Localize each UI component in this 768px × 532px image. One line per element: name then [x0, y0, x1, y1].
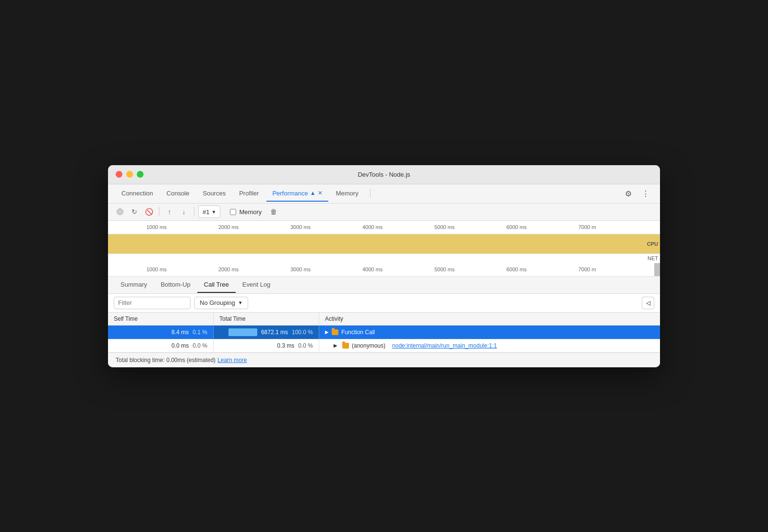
time2-6000: 6000 ms [506, 266, 527, 272]
table-body: 8.4 ms 0.1 % 6872.1 ms 100.0 % ▶ Functio… [108, 326, 660, 352]
grouping-label: No Grouping [200, 299, 235, 306]
time-6000: 6000 ms [506, 224, 527, 230]
status-text: Total blocking time: 0.00ms (estimated) [116, 357, 216, 363]
nav-actions: ⚙ ⋮ [622, 187, 652, 200]
clear-button[interactable]: 🚫 [143, 206, 155, 218]
upload-icon: ↑ [168, 208, 171, 216]
toolbar-separator-1 [159, 207, 159, 217]
filter-bar: No Grouping ▼ ◁ [108, 294, 660, 313]
performance-toolbar: ↻ 🚫 ↑ ↓ #1 ▼ Memory 🗑 [108, 204, 660, 221]
time2-4000: 4000 ms [362, 266, 383, 272]
record-button[interactable] [114, 206, 126, 218]
col-activity: Activity [319, 313, 660, 325]
self-pct-2: 0.0 % [192, 342, 207, 349]
expand-arrow-1[interactable]: ▶ [325, 329, 329, 335]
tab-profiler[interactable]: Profiler [233, 186, 264, 202]
session-dropdown[interactable]: #1 ▼ [198, 206, 220, 218]
upload-button[interactable]: ↑ [163, 206, 176, 218]
scrollbar[interactable] [654, 263, 660, 276]
performance-icon: ▲ [310, 190, 316, 196]
time-1000: 1000 ms [146, 224, 167, 230]
cell-activity-1: ▶ Function Call [319, 326, 660, 339]
time2-7000: 7000 m [578, 266, 596, 272]
record-icon [117, 208, 123, 215]
nav-separator [370, 189, 371, 198]
total-ms-2: 0.3 ms [277, 342, 294, 349]
cell-total-2: 0.3 ms 0.0 % [214, 339, 319, 352]
time-3000: 3000 ms [290, 224, 311, 230]
tab-sources[interactable]: Sources [197, 186, 231, 202]
analysis-tabs: Summary Bottom-Up Call Tree Event Log [108, 277, 660, 294]
more-options-button[interactable]: ⋮ [639, 187, 652, 200]
self-ms-2: 0.0 ms [171, 342, 189, 349]
activity-name-2: (anonymous) [352, 342, 385, 349]
window-title: DevTools - Node.js [358, 171, 410, 178]
dropdown-arrow-icon: ▼ [211, 209, 216, 215]
learn-more-link[interactable]: Learn more [217, 357, 247, 363]
tab-summary[interactable]: Summary [114, 277, 154, 293]
settings-button[interactable]: ⚙ [622, 187, 635, 200]
cell-self-2: 0.0 ms 0.0 % [108, 339, 214, 352]
time-2000: 2000 ms [218, 224, 239, 230]
tab-call-tree[interactable]: Call Tree [197, 277, 236, 293]
memory-checkbox-label[interactable]: Memory [230, 208, 262, 216]
table-row[interactable]: 0.0 ms 0.0 % 0.3 ms 0.0 % ▶ (anonymous) … [108, 339, 660, 352]
filter-input[interactable] [114, 297, 191, 309]
total-pct-1: 100.0 % [292, 329, 313, 336]
time-4000: 4000 ms [362, 224, 383, 230]
titlebar: DevTools - Node.js [108, 165, 660, 184]
toolbar-separator-2 [194, 207, 194, 217]
grouping-dropdown[interactable]: No Grouping ▼ [194, 297, 248, 309]
net-bar: NET [108, 254, 660, 263]
session-label: #1 [203, 208, 209, 216]
reload-button[interactable]: ↻ [128, 206, 141, 218]
cell-total-1: 6872.1 ms 100.0 % [214, 326, 319, 339]
time-7000: 7000 m [578, 224, 596, 230]
memory-checkbox-input[interactable] [230, 209, 236, 215]
tab-performance[interactable]: Performance ▲ ✕ [266, 186, 328, 202]
table-header: Self Time Total Time Activity [108, 313, 660, 326]
download-icon: ↓ [182, 208, 186, 216]
tab-connection[interactable]: Connection [116, 186, 159, 202]
self-ms-1: 8.4 ms [171, 329, 189, 336]
tab-console[interactable]: Console [161, 186, 195, 202]
activity-link-2[interactable]: node:internal/main/run_main_module:1:1 [392, 342, 497, 349]
collapse-icon: ◁ [646, 300, 650, 306]
expand-arrow-2[interactable]: ▶ [334, 343, 337, 348]
cell-self-1: 8.4 ms 0.1 % [108, 326, 214, 339]
folder-icon-1 [332, 329, 338, 335]
time2-5000: 5000 ms [434, 266, 455, 272]
maximize-button[interactable] [137, 171, 144, 178]
total-bar-1 [228, 328, 257, 336]
minimize-button[interactable] [126, 171, 133, 178]
net-label: NET [648, 255, 658, 261]
time-ruler-bottom: 1000 ms 2000 ms 3000 ms 4000 ms 5000 ms … [108, 263, 660, 277]
collapse-button[interactable]: ◁ [642, 297, 654, 309]
self-pct-1: 0.1 % [192, 329, 207, 336]
close-button[interactable] [116, 171, 122, 178]
activity-name-1: Function Call [341, 329, 375, 336]
time2-3000: 3000 ms [290, 266, 311, 272]
grouping-arrow-icon: ▼ [238, 300, 243, 305]
table-row[interactable]: 8.4 ms 0.1 % 6872.1 ms 100.0 % ▶ Functio… [108, 326, 660, 339]
reload-icon: ↻ [132, 208, 137, 216]
tab-memory[interactable]: Memory [330, 186, 364, 202]
folder-icon-2 [342, 343, 349, 349]
status-bar: Total blocking time: 0.00ms (estimated) … [108, 352, 660, 367]
tab-bottom-up[interactable]: Bottom-Up [154, 277, 197, 293]
delete-icon: 🗑 [270, 208, 277, 216]
close-tab-icon[interactable]: ✕ [318, 190, 323, 196]
delete-button[interactable]: 🗑 [267, 206, 280, 218]
cpu-label: CPU [647, 241, 658, 247]
total-pct-2: 0.0 % [298, 342, 313, 349]
memory-label: Memory [239, 208, 262, 216]
tab-event-log[interactable]: Event Log [236, 277, 277, 293]
download-button[interactable]: ↓ [178, 206, 190, 218]
clear-icon: 🚫 [145, 208, 153, 216]
time-5000: 5000 ms [434, 224, 455, 230]
col-total-time: Total Time [214, 313, 319, 325]
time-ruler-top: 1000 ms 2000 ms 3000 ms 4000 ms 5000 ms … [108, 221, 660, 234]
devtools-window: DevTools - Node.js Connection Console So… [108, 165, 660, 367]
memory-checkbox-container: Memory [230, 208, 262, 216]
timeline: 1000 ms 2000 ms 3000 ms 4000 ms 5000 ms … [108, 221, 660, 277]
